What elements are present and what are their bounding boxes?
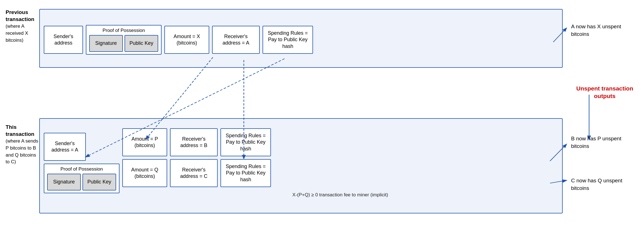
prev-receiver-box: Receiver's address = A [212,26,260,54]
prev-amount-text: Amount = X (bitcoins) [167,33,206,46]
prev-sender-address-text: Sender's address [47,33,80,46]
prev-inner: Sender's address Proof of Possession Sig… [44,13,558,63]
prev-signature-box: Signature [89,35,123,52]
prev-proof-of-possession: Proof of Possession Signature Public Key [86,25,162,55]
this-transaction-block: Sender's address = A Proof of Possession… [39,118,563,213]
this-spending-rules-b-text: Spending Rules = Pay to Public Key hash [223,132,268,152]
prev-amount-box: Amount = X (bitcoins) [164,26,209,54]
main-container: Previous transaction (where A received X… [3,3,641,225]
output-c-row: Amount = Q (bitcoins) Receiver's address… [122,159,558,187]
prev-spending-rules-box: Spending Rules = Pay to Public Key hash [263,26,313,54]
this-amount-p-box: Amount = P (bitcoins) [122,128,167,156]
this-spending-rules-b-box: Spending Rules = Pay to Public Key hash [220,128,271,156]
this-receiver-c-text: Receiver's address = C [173,167,215,180]
prev-tx-subtitle: (where A received X bitcoins) [6,24,28,43]
this-receiver-b-text: Receiver's address = B [173,136,215,149]
fee-note: X-(P+Q) ≥ 0 transaction fee to miner (im… [122,192,558,198]
this-public-key-box: Public Key [82,174,116,190]
this-proof-of-possession: Proof of Possession Signature Public Key [44,164,119,193]
right-label-c: C now has Q unspent bitcoins [571,177,638,192]
this-amount-p-text: Amount = P (bitcoins) [125,136,164,149]
prev-transaction-block: Sender's address Proof of Possession Sig… [39,9,563,68]
c-label-text: C now has Q unspent bitcoins [571,178,622,191]
this-sender-address-text: Sender's address = A [47,140,83,153]
this-proof-inner: Signature Public Key [47,174,116,190]
a-label-text: A now has X unspent bitcoins [571,24,621,37]
this-signature-box: Signature [47,174,81,190]
prev-proof-label: Proof of Possession [102,28,145,33]
this-proof-label: Proof of Possession [60,166,103,172]
this-sender-address-box: Sender's address = A [44,133,86,161]
this-left-col: Sender's address = A Proof of Possession… [44,125,119,201]
prev-proof-inner: Signature Public Key [89,35,158,52]
prev-spending-rules-text: Spending Rules = Pay to Public Key hash [265,30,310,50]
this-signature-text: Signature [53,179,75,185]
prev-public-key-box: Public Key [125,35,158,52]
this-inner: Sender's address = A Proof of Possession… [44,123,558,201]
prev-tx-title: Previous transaction [6,9,34,22]
prev-sender-address-box: Sender's address [44,26,83,54]
right-label-a: A now has X unspent bitcoins [571,23,638,38]
prev-receiver-text: Receiver's address = A [215,33,257,46]
this-receiver-c-box: Receiver's address = C [170,159,218,187]
this-tx-title: This transaction [6,124,34,137]
this-amount-q-text: Amount = Q (bitcoins) [125,167,164,180]
right-label-b: B now has P unspent bitcoins [571,135,638,150]
unspent-text: Unspent transaction outputs [576,85,633,99]
this-tx-label: This transaction (where A sends P bitcoi… [6,124,39,165]
this-receiver-b-box: Receiver's address = B [170,128,218,156]
b-label-text: B now has P unspent bitcoins [571,136,621,149]
this-spending-rules-c-text: Spending Rules = Pay to Public Key hash [223,163,268,183]
this-right-col: Amount = P (bitcoins) Receiver's address… [122,125,558,201]
output-b-row: Amount = P (bitcoins) Receiver's address… [122,128,558,156]
prev-signature-text: Signature [95,40,117,46]
this-public-key-text: Public Key [87,179,111,185]
diagram-area: Previous transaction (where A received X… [3,3,641,225]
prev-public-key-text: Public Key [129,40,153,46]
this-amount-q-box: Amount = Q (bitcoins) [122,159,167,187]
prev-tx-label: Previous transaction (where A received X… [6,9,39,43]
this-tx-subtitle: (where A sends P bitcoins to B and Q bit… [6,138,38,164]
fee-note-text: X-(P+Q) ≥ 0 transaction fee to miner (im… [292,192,388,197]
this-spending-rules-c-box: Spending Rules = Pay to Public Key hash [220,159,271,187]
right-label-unspent: Unspent transaction outputs [571,85,638,100]
